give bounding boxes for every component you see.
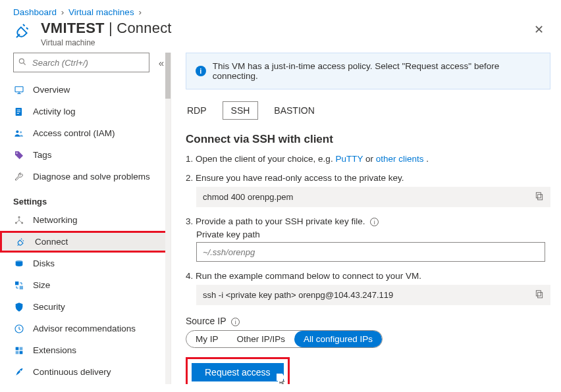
log-icon bbox=[13, 107, 25, 117]
breadcrumb: Dashboard › Virtual machines › bbox=[0, 0, 561, 20]
sidebar-item-label: Extensions bbox=[33, 345, 76, 355]
tab-rdp[interactable]: RDP bbox=[186, 101, 208, 120]
page-title: VMITEST | Connect bbox=[41, 20, 172, 37]
tab-ssh[interactable]: SSH bbox=[223, 101, 259, 120]
sidebar-item-security[interactable]: Security bbox=[0, 296, 171, 318]
sidebar-item-label: Connect bbox=[35, 237, 68, 247]
size-icon bbox=[13, 280, 25, 291]
close-icon[interactable]: ✕ bbox=[530, 20, 548, 39]
pill-other-ip[interactable]: Other IP/IPs bbox=[228, 331, 295, 347]
private-key-label: Private key path bbox=[196, 230, 550, 239]
sidebar-item-activity[interactable]: Activity log bbox=[0, 101, 171, 122]
private-key-path-input[interactable] bbox=[196, 242, 545, 262]
svg-point-23 bbox=[20, 370, 21, 372]
svg-rect-6 bbox=[17, 109, 20, 110]
scrollbar-track[interactable] bbox=[165, 53, 171, 384]
section-heading: Connect via SSH with client bbox=[186, 133, 550, 146]
copy-icon[interactable] bbox=[535, 289, 544, 301]
crumb-vms[interactable]: Virtual machines bbox=[68, 7, 134, 17]
request-access-highlight: Request access bbox=[186, 357, 290, 384]
sidebar-item-label: Diagnose and solve problems bbox=[33, 172, 150, 182]
info-icon[interactable]: i bbox=[231, 318, 240, 326]
svg-rect-27 bbox=[536, 291, 541, 296]
svg-rect-21 bbox=[16, 351, 19, 354]
connect-plug-icon bbox=[13, 21, 33, 43]
step-2: 2. Ensure you have read-only access to t… bbox=[186, 173, 550, 207]
sidebar-item-label: Overview bbox=[33, 85, 70, 95]
tag-icon bbox=[13, 150, 25, 160]
source-ip-toggle: My IP Other IP/IPs All configured IPs bbox=[186, 330, 383, 348]
link-putty[interactable]: PuTTY bbox=[335, 154, 363, 164]
source-ip-section: Source IP i My IP Other IP/IPs All confi… bbox=[186, 316, 550, 348]
info-banner: i This VM has a just-in-time access poli… bbox=[186, 53, 550, 89]
pill-all-ips[interactable]: All configured IPs bbox=[294, 331, 382, 347]
sidebar-item-tags[interactable]: Tags bbox=[0, 144, 171, 166]
sidebar-item-connect[interactable]: Connect bbox=[0, 231, 171, 253]
page-subtitle: Virtual machine bbox=[41, 38, 172, 47]
code-ssh: ssh -i <private key path> orenpg@104.43.… bbox=[196, 285, 550, 305]
svg-point-12 bbox=[18, 216, 20, 218]
sidebar-item-diagnose[interactable]: Diagnose and solve problems bbox=[0, 166, 171, 187]
sidebar-item-iam[interactable]: Access control (IAM) bbox=[0, 122, 171, 144]
svg-rect-19 bbox=[16, 347, 19, 350]
search-input[interactable] bbox=[13, 53, 149, 72]
sidebar-item-label: Networking bbox=[33, 215, 78, 225]
svg-point-11 bbox=[16, 152, 18, 153]
chevron-right-icon: › bbox=[136, 7, 144, 17]
disks-icon bbox=[13, 258, 25, 269]
sidebar-item-label: Continuous delivery bbox=[33, 367, 111, 377]
sidebar-item-overview[interactable]: Overview bbox=[0, 79, 171, 101]
network-icon bbox=[13, 215, 25, 226]
cursor-pointer-icon bbox=[276, 375, 288, 384]
svg-rect-26 bbox=[538, 293, 543, 298]
info-icon: i bbox=[196, 66, 206, 76]
collapse-sidebar-icon[interactable]: « bbox=[159, 57, 164, 68]
request-access-button[interactable]: Request access bbox=[192, 363, 284, 381]
sidebar-item-advisor[interactable]: Advisor recommendations bbox=[0, 318, 171, 339]
step-1: 1. Open the client of your choice, e.g. … bbox=[186, 154, 550, 164]
scrollbar-thumb[interactable] bbox=[165, 53, 171, 99]
svg-rect-2 bbox=[15, 86, 23, 91]
info-banner-text: This VM has a just-in-time access policy… bbox=[213, 61, 541, 81]
connect-plug-icon bbox=[15, 237, 27, 247]
svg-rect-22 bbox=[20, 351, 23, 354]
sidebar-item-label: Advisor recommendations bbox=[33, 324, 136, 333]
crumb-dashboard[interactable]: Dashboard bbox=[13, 7, 57, 17]
link-other-clients[interactable]: other clients bbox=[376, 154, 424, 164]
search-icon bbox=[18, 57, 27, 68]
svg-line-1 bbox=[24, 63, 26, 65]
wrench-icon bbox=[13, 172, 25, 182]
svg-rect-25 bbox=[536, 193, 541, 198]
sidebar-item-size[interactable]: Size bbox=[0, 274, 171, 296]
sidebar-section-settings: Settings bbox=[0, 187, 171, 209]
connect-tabs: RDP SSH BASTION bbox=[186, 101, 550, 120]
people-icon bbox=[13, 128, 25, 139]
svg-point-9 bbox=[16, 130, 18, 133]
sidebar-item-label: Size bbox=[33, 280, 50, 290]
svg-rect-8 bbox=[17, 113, 19, 114]
tab-bastion[interactable]: BASTION bbox=[273, 101, 315, 120]
code-chmod: chmod 400 orenpg.pem bbox=[196, 187, 550, 207]
info-icon[interactable]: i bbox=[370, 218, 379, 226]
step-3: 3. Provide a path to your SSH private ke… bbox=[186, 216, 550, 262]
sidebar-item-continuous-delivery[interactable]: Continuous delivery bbox=[0, 361, 171, 383]
svg-rect-20 bbox=[20, 347, 23, 350]
rocket-icon bbox=[13, 367, 25, 378]
svg-rect-16 bbox=[15, 282, 18, 285]
copy-icon[interactable] bbox=[535, 191, 544, 203]
svg-rect-24 bbox=[538, 195, 543, 200]
shield-icon bbox=[13, 302, 25, 312]
sidebar-item-label: Access control (IAM) bbox=[33, 128, 115, 138]
sidebar-item-extensions[interactable]: Extensions bbox=[0, 339, 171, 361]
sidebar-item-label: Tags bbox=[33, 150, 52, 160]
svg-point-10 bbox=[20, 131, 22, 133]
sidebar-item-networking[interactable]: Networking bbox=[0, 209, 171, 231]
extensions-icon bbox=[13, 345, 25, 356]
vm-icon bbox=[13, 85, 25, 95]
advisor-icon bbox=[13, 324, 25, 334]
sidebar-item-disks[interactable]: Disks bbox=[0, 253, 171, 274]
chevron-right-icon: › bbox=[59, 7, 67, 17]
pill-my-ip[interactable]: My IP bbox=[186, 331, 228, 347]
step-4: 4. Run the example command below to conn… bbox=[186, 271, 550, 305]
svg-rect-7 bbox=[17, 111, 20, 112]
